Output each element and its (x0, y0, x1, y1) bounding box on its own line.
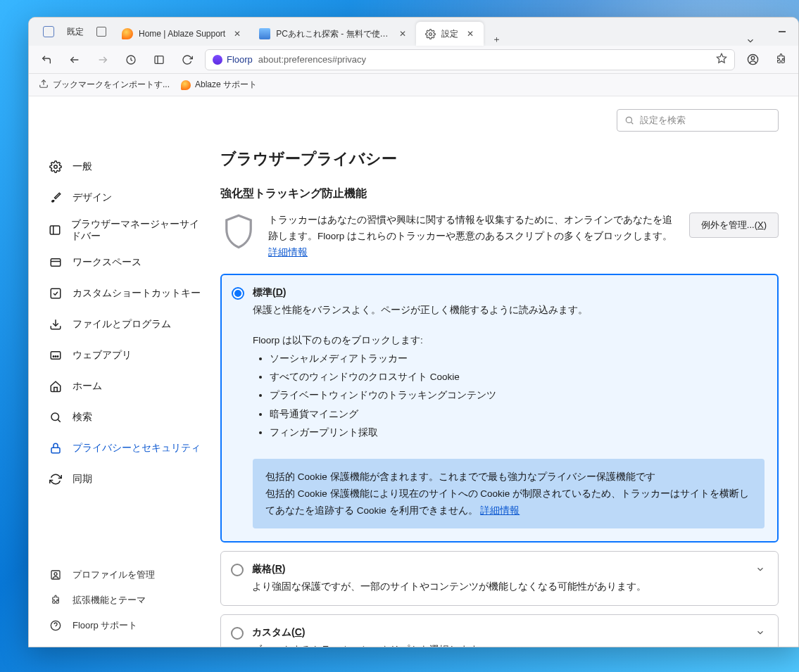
sidebar-item-sync[interactable]: 同期 (44, 464, 209, 495)
protection-card-custom[interactable]: カスタム(C) ブロックするトラッカーとスクリプトを選択します。 (220, 614, 779, 647)
floorp-icon (213, 55, 222, 65)
brush-icon (49, 191, 63, 205)
bookmark-star-icon[interactable] (716, 53, 727, 66)
close-icon[interactable]: ✕ (396, 29, 409, 39)
sidebar-item-shortcuts[interactable]: カスタムショートカットキー (44, 278, 209, 309)
manage-exceptions-button[interactable]: 例外を管理...(X) (689, 213, 779, 238)
radio-standard[interactable] (232, 287, 244, 300)
sidebar-item-webapps[interactable]: ウェブアプリ (44, 340, 209, 371)
sidebar-toggle-button[interactable] (149, 49, 170, 70)
help-icon (49, 619, 63, 633)
svg-rect-14 (50, 226, 60, 234)
tab-pc-arekore[interactable]: PCあれこれ探索 - 無料で使えるフリー… ✕ (251, 22, 416, 46)
site-favicon (259, 28, 270, 39)
protection-card-standard[interactable]: 標準(D) 保護と性能をバランスよく。ページが正しく機能するように読み込みます。… (220, 274, 779, 543)
back-button[interactable] (64, 49, 85, 70)
bookmark-ablaze-support[interactable]: Ablaze サポート (181, 79, 257, 91)
puzzle-icon (49, 593, 63, 607)
sidebar-item-label: プロファイルを管理 (73, 569, 155, 581)
chevron-down-icon[interactable] (755, 626, 765, 640)
page-title: ブラウザープライバシー (220, 148, 779, 170)
list-item: 暗号通貨マイニング (270, 405, 765, 424)
card-desc: ブロックするトラッカーとスクリプトを選択します。 (221, 642, 778, 647)
download-icon (49, 317, 63, 331)
radio-strict[interactable] (231, 564, 244, 576)
tab-label: Home | Ablaze Support (139, 29, 225, 39)
protection-card-strict[interactable]: 厳格(R) より強固な保護ですが、一部のサイトやコンテンツが機能しなくなる可能性… (220, 551, 779, 606)
blocks-intro: Floorp は以下のものをブロックします: (222, 329, 777, 350)
bookmark-label: ブックマークをインポートす... (53, 79, 170, 91)
sidebar-item-home[interactable]: ホーム (44, 371, 209, 402)
sidebar-item-general[interactable]: 一般 (44, 151, 209, 182)
close-icon[interactable]: ✕ (464, 29, 477, 39)
svg-point-21 (53, 356, 54, 357)
search-icon (624, 115, 634, 125)
settings-sidebar: 一般 デザイン ブラウザーマネージャーサイドバー ワークスペース (29, 132, 212, 647)
window-minimize-button[interactable] (766, 18, 798, 46)
lock-icon (49, 441, 63, 455)
radio-custom[interactable] (231, 627, 244, 640)
extensions-button[interactable] (770, 49, 791, 70)
sidebar-item-label: カスタムショートカットキー (73, 287, 201, 300)
profile-icon (49, 568, 63, 582)
close-icon[interactable]: ✕ (231, 29, 244, 39)
sidebar-item-label: ウェブアプリ (73, 349, 132, 362)
list-item: フィンガープリント採取 (270, 424, 765, 442)
svg-line-25 (58, 419, 60, 421)
sidebar-item-design[interactable]: デザイン (44, 182, 209, 213)
block-list: ソーシャルメディアトラッカー すべてのウィンドウのクロスサイト Cookie プ… (222, 350, 777, 452)
sidebar-item-label: デザイン (73, 191, 112, 204)
overview-icon[interactable] (96, 27, 106, 37)
ablaze-flame-icon (181, 80, 191, 90)
sidebar-item-extensions[interactable]: 拡張機能とテーマ (44, 588, 209, 613)
sidebar-item-label: Floorp サポート (73, 620, 137, 631)
sidebar-item-label: ブラウザーマネージャーサイドバー (71, 218, 201, 243)
tab-overflow-button[interactable] (735, 36, 766, 46)
workspace-icon (49, 255, 63, 270)
import-bookmarks-button[interactable]: ブックマークをインポートす... (39, 79, 170, 91)
shield-icon (220, 213, 257, 252)
reload-button[interactable] (177, 49, 198, 70)
tab-home-ablaze[interactable]: Home | Ablaze Support ✕ (113, 22, 251, 46)
sidebar-item-privacy[interactable]: プライバシーとセキュリティ (44, 433, 209, 464)
url-bar[interactable]: Floorp about:preferences#privacy (205, 49, 735, 70)
svg-point-28 (54, 573, 57, 576)
checkbox-icon (49, 286, 63, 300)
gear-icon (424, 28, 436, 39)
svg-point-0 (429, 32, 432, 35)
ablaze-flame-icon (122, 28, 133, 39)
tracking-heading: 強化型トラッキング防止機能 (220, 186, 779, 201)
card-desc: より強固な保護ですが、一部のサイトやコンテンツが機能しなくなる可能性があります。 (221, 579, 778, 605)
sidebar-item-search[interactable]: 検索 (44, 402, 209, 433)
sidebar-item-label: ワークスペース (73, 256, 141, 269)
card-title: 標準(D) (253, 286, 286, 299)
sidebar-item-workspace[interactable]: ワークスペース (44, 247, 209, 278)
chevron-down-icon[interactable] (755, 563, 765, 576)
forward-button[interactable] (92, 49, 113, 70)
undo-close-button[interactable] (36, 49, 57, 70)
sidebar-item-label: ホーム (73, 380, 102, 393)
import-icon (39, 79, 49, 91)
site-name: Floorp (227, 54, 253, 65)
info-title: 包括的 Cookie 保護機能が含まれます。これまでで最も強力なプライバシー保護… (265, 469, 752, 486)
sidebar-item-profiles[interactable]: プロファイルを管理 (44, 562, 209, 588)
learn-more-link[interactable]: 詳細情報 (480, 505, 520, 516)
svg-point-24 (51, 413, 59, 421)
settings-search-input[interactable]: 設定を検索 (617, 109, 779, 132)
site-identity-chip[interactable]: Floorp (213, 54, 253, 65)
card-title: カスタム(C) (252, 626, 305, 639)
sidebar-item-support[interactable]: Floorp サポート (44, 613, 209, 638)
svg-rect-16 (51, 259, 61, 267)
list-item: ソーシャルメディアトラッカー (270, 350, 765, 368)
tab-settings[interactable]: 設定 ✕ (416, 22, 484, 46)
sidebar-item-browser-manager[interactable]: ブラウザーマネージャーサイドバー (44, 213, 209, 247)
svg-point-9 (751, 56, 755, 60)
app-logo-icon (43, 26, 54, 37)
titlebar: 既定 Home | Ablaze Support ✕ PCあれこれ探索 - 無料… (29, 18, 798, 46)
learn-more-link[interactable]: 詳細情報 (268, 247, 308, 258)
history-button[interactable] (120, 49, 141, 70)
new-tab-button[interactable]: ＋ (484, 33, 509, 46)
sidebar-item-files-programs[interactable]: ファイルとプログラム (44, 309, 209, 340)
card-title: 厳格(R) (252, 563, 285, 576)
account-button[interactable] (742, 49, 763, 70)
